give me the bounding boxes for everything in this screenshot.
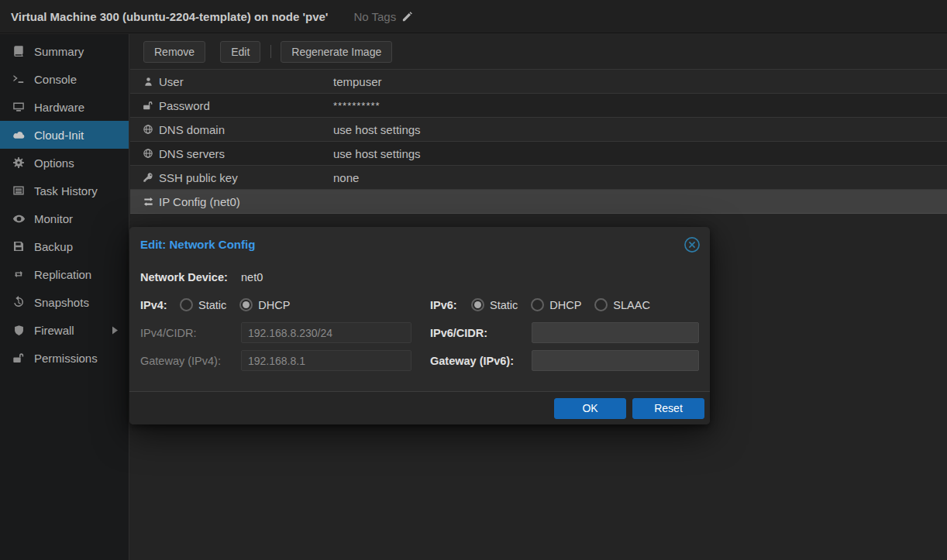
network-device-value: net0 xyxy=(241,271,263,283)
pencil-icon[interactable] xyxy=(401,11,413,22)
ipv6-cidr-label: IPv6/CIDR: xyxy=(430,327,532,339)
radio-icon[interactable] xyxy=(531,298,544,311)
dialog-body: Network Device: net0 IPv4: Static DHCP I… xyxy=(129,262,710,371)
edit-button[interactable]: Edit xyxy=(220,41,260,63)
sidebar-item-label: Cloud-Init xyxy=(34,129,84,142)
row-label: Password xyxy=(159,99,210,112)
radio-icon[interactable] xyxy=(180,298,193,311)
row-value: tempuser xyxy=(333,75,382,88)
row-label: User xyxy=(159,75,184,88)
replication-icon xyxy=(11,268,26,280)
sidebar-item-replication[interactable]: Replication xyxy=(0,260,129,288)
sidebar-item-monitor[interactable]: Monitor xyxy=(0,204,129,232)
sidebar-item-label: Permissions xyxy=(34,352,98,365)
history-icon xyxy=(11,296,26,308)
radio-icon[interactable] xyxy=(594,298,608,311)
table-row-dns-servers[interactable]: DNS servers use host settings xyxy=(130,142,947,166)
ipv4-static-option[interactable]: Static xyxy=(180,298,226,311)
cloud-icon xyxy=(11,129,26,142)
sidebar-item-label: Firewall xyxy=(34,324,74,337)
sidebar-item-hardware[interactable]: Hardware xyxy=(0,93,129,121)
ok-button[interactable]: OK xyxy=(554,398,626,419)
sidebar-item-options[interactable]: Options xyxy=(0,149,129,177)
sidebar-item-cloud-init[interactable]: Cloud-Init xyxy=(0,121,129,149)
radio-icon[interactable] xyxy=(471,298,484,311)
sidebar-item-snapshots[interactable]: Snapshots xyxy=(0,288,129,316)
radio-row: IPv4: Static DHCP IPv6: Static DHCP xyxy=(140,294,699,315)
sidebar-item-label: Console xyxy=(34,73,77,86)
unlock-icon xyxy=(140,100,156,111)
gateway-ipv4-label: Gateway (IPv4): xyxy=(140,355,241,367)
cidr-row: IPv4/CIDR: IPv6/CIDR: xyxy=(140,322,699,343)
ipv6-dhcp-option[interactable]: DHCP xyxy=(531,298,581,311)
chevron-right-icon xyxy=(112,326,119,335)
gateway-ipv6-input[interactable] xyxy=(532,350,699,371)
ipv6-slaac-option[interactable]: SLAAC xyxy=(594,298,650,311)
key-icon xyxy=(140,172,156,183)
radio-label: DHCP xyxy=(258,299,290,311)
table-row-password[interactable]: Password ********** xyxy=(130,94,947,118)
row-label: DNS domain xyxy=(159,123,225,136)
table-row-dns-domain[interactable]: DNS domain use host settings xyxy=(130,118,947,142)
regenerate-image-button[interactable]: Regenerate Image xyxy=(281,41,392,63)
row-label: SSH public key xyxy=(159,171,238,184)
ipv6-static-option[interactable]: Static xyxy=(471,298,518,311)
ipv6-label: IPv6: xyxy=(430,299,471,311)
sidebar-item-label: Options xyxy=(34,156,74,170)
radio-label: SLAAC xyxy=(613,299,650,311)
cloud-init-table: User tempuser Password ********** DNS do… xyxy=(130,70,947,214)
close-icon[interactable] xyxy=(684,236,701,253)
toolbar: Remove Edit Regenerate Image xyxy=(130,34,947,70)
toolbar-separator xyxy=(270,45,271,58)
row-value: ********** xyxy=(333,100,381,112)
gateway-ipv4-input[interactable] xyxy=(241,350,412,371)
floppy-icon xyxy=(11,240,26,253)
ipv4-dhcp-option[interactable]: DHCP xyxy=(239,298,290,311)
sidebar-item-label: Task History xyxy=(34,184,98,198)
sidebar-item-label: Summary xyxy=(34,45,84,58)
sidebar-item-summary[interactable]: Summary xyxy=(0,37,129,65)
terminal-icon xyxy=(11,73,26,85)
table-row-user[interactable]: User tempuser xyxy=(130,70,947,94)
sidebar: Summary Console Hardware Cloud-Init xyxy=(0,34,129,560)
row-label: IP Config (net0) xyxy=(159,195,240,208)
gateway-ipv6-label: Gateway (IPv6): xyxy=(430,355,532,367)
dialog-title: Edit: Network Config xyxy=(140,238,255,251)
ipv4-radio-group: Static DHCP xyxy=(180,298,430,311)
network-device-label: Network Device: xyxy=(140,271,241,283)
list-icon xyxy=(11,184,26,197)
sidebar-item-label: Backup xyxy=(34,240,73,253)
edit-network-config-dialog: Edit: Network Config Network Device: net… xyxy=(129,227,710,424)
sidebar-item-label: Monitor xyxy=(34,212,73,225)
network-device-row: Network Device: net0 xyxy=(140,266,699,287)
row-value: use host settings xyxy=(333,147,421,160)
radio-label: Static xyxy=(198,299,226,311)
remove-button[interactable]: Remove xyxy=(143,41,205,63)
page-title: Virtual Machine 300 (ubuntu-2204-templat… xyxy=(11,10,328,23)
row-label: DNS servers xyxy=(159,147,225,160)
table-row-ip-config[interactable]: IP Config (net0) xyxy=(130,190,947,214)
table-row-ssh-key[interactable]: SSH public key none xyxy=(130,166,947,190)
sidebar-item-backup[interactable]: Backup xyxy=(0,232,129,260)
eye-icon xyxy=(11,212,26,225)
sidebar-item-label: Replication xyxy=(34,268,91,281)
globe-icon xyxy=(140,124,156,135)
book-icon xyxy=(11,45,26,57)
dialog-footer: OK Reset xyxy=(129,391,710,424)
sidebar-item-firewall[interactable]: Firewall xyxy=(0,316,129,344)
sidebar-item-task-history[interactable]: Task History xyxy=(0,177,129,204)
row-value: none xyxy=(333,171,359,184)
radio-icon[interactable] xyxy=(239,298,253,311)
sidebar-item-console[interactable]: Console xyxy=(0,65,129,93)
dialog-header: Edit: Network Config xyxy=(129,227,710,262)
reset-button[interactable]: Reset xyxy=(632,398,704,419)
gear-icon xyxy=(11,156,26,169)
sidebar-item-permissions[interactable]: Permissions xyxy=(0,344,129,372)
monitor-icon xyxy=(11,101,26,113)
shield-icon xyxy=(11,325,26,336)
ipv6-cidr-input[interactable] xyxy=(532,322,699,343)
ipv4-cidr-input[interactable] xyxy=(241,322,412,343)
sidebar-item-label: Hardware xyxy=(34,101,84,114)
top-header: Virtual Machine 300 (ubuntu-2204-templat… xyxy=(0,0,947,33)
ipv4-label: IPv4: xyxy=(140,299,180,311)
